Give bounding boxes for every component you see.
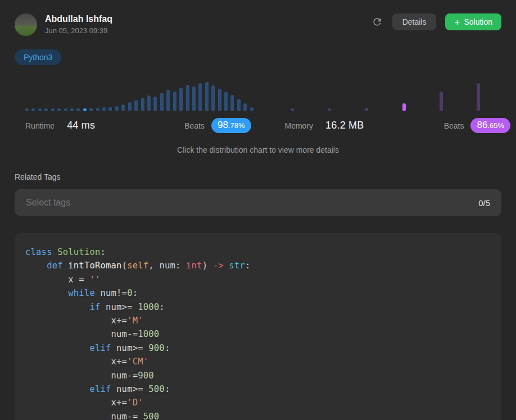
runtime-bar[interactable] (250, 107, 254, 111)
runtime-label: Runtime (25, 121, 55, 130)
runtime-bar[interactable] (186, 85, 189, 111)
runtime-bar[interactable] (64, 108, 67, 111)
user-name[interactable]: Abdullah Ishfaq (45, 13, 112, 25)
runtime-bar[interactable] (83, 108, 87, 111)
runtime-bar[interactable] (160, 93, 164, 111)
code-line: x+='D' (25, 396, 490, 409)
memory-value: 16.2 MB (325, 120, 364, 131)
code-line: elif num>= 500: (25, 382, 490, 396)
runtime-bar[interactable] (51, 108, 55, 111)
runtime-value: 44 ms (67, 120, 95, 131)
user-meta: Abdullah Ishfaq Jun 05, 2023 09:39 (45, 13, 112, 35)
runtime-bar[interactable] (128, 102, 132, 111)
runtime-bar[interactable] (76, 108, 80, 111)
runtime-bar[interactable] (115, 106, 119, 111)
runtime-bar[interactable] (44, 108, 48, 111)
runtime-bar[interactable] (192, 86, 196, 111)
avatar[interactable] (15, 13, 37, 36)
language-chip-row: Python3 (0, 36, 516, 65)
post-date: Jun 05, 2023 09:39 (45, 26, 112, 35)
tags-select-input[interactable]: Select tags 0/5 (15, 189, 501, 216)
distribution-chart[interactable] (15, 79, 501, 111)
memory-bar[interactable] (440, 92, 443, 111)
runtime-bar[interactable] (147, 95, 151, 111)
memory-beats-label: Beats (444, 121, 464, 130)
runtime-beats: Beats 98.78% (184, 118, 251, 133)
runtime-bar[interactable] (89, 108, 93, 111)
runtime-beats-badge[interactable]: 98.78% (211, 118, 251, 133)
memory-bar[interactable] (477, 83, 480, 111)
code-line: def intToRoman(self, num: int) -> str: (25, 259, 490, 272)
memory-bar[interactable] (291, 108, 294, 111)
code-line: x+='M' (25, 314, 490, 327)
code-line: while num!=0: (25, 286, 490, 300)
code-line: x+='CM' (25, 355, 490, 368)
plus-icon: + (454, 17, 460, 27)
code-line: elif num>= 900: (25, 341, 490, 355)
runtime-bar[interactable] (31, 108, 35, 111)
runtime-bar[interactable] (205, 82, 209, 111)
runtime-bar[interactable] (38, 108, 42, 111)
runtime-bar[interactable] (211, 85, 215, 111)
tags-count: 0/5 (478, 198, 490, 208)
runtime-bar[interactable] (237, 99, 241, 111)
code-line: class Solution: (25, 245, 490, 259)
header-actions: Details + Solution (371, 13, 501, 30)
code-line: num-=1000 (25, 327, 490, 341)
memory-bar[interactable] (402, 103, 406, 111)
runtime-bar[interactable] (153, 97, 157, 111)
runtime-bar[interactable] (57, 108, 61, 111)
memory-stat: Memory 16.2 MB Beats 86.65% (275, 118, 511, 133)
details-button[interactable]: Details (392, 13, 437, 30)
memory-bar[interactable] (328, 108, 331, 111)
memory-label: Memory (285, 121, 314, 130)
memory-beats: Beats 86.65% (444, 118, 510, 133)
refresh-icon[interactable] (371, 16, 383, 28)
runtime-beats-label: Beats (184, 121, 205, 130)
solution-button-label: Solution (464, 17, 492, 26)
tags-placeholder: Select tags (26, 198, 70, 208)
code-line: num-= 500 (25, 410, 490, 420)
runtime-bar[interactable] (218, 89, 221, 111)
header: Abdullah Ishfaq Jun 05, 2023 09:39 Detai… (0, 0, 516, 36)
runtime-bar[interactable] (166, 90, 170, 111)
related-tags-label: Related Tags (15, 172, 501, 181)
runtime-bar[interactable] (141, 98, 144, 111)
runtime-bar[interactable] (108, 107, 112, 111)
memory-beats-badge[interactable]: 86.65% (470, 118, 510, 133)
runtime-bar[interactable] (25, 108, 29, 111)
runtime-bar[interactable] (198, 83, 202, 111)
runtime-bar[interactable] (102, 107, 106, 111)
runtime-bar[interactable] (173, 92, 176, 111)
chart-hint-text: Click the distribution chart to view mor… (0, 145, 516, 154)
runtime-bar[interactable] (224, 92, 228, 111)
code-block: class Solution: def intToRoman(self, num… (15, 233, 501, 420)
code-line: if num>= 1000: (25, 300, 490, 314)
runtime-bar[interactable] (121, 104, 125, 111)
runtime-bar[interactable] (243, 103, 247, 111)
runtime-bar[interactable] (96, 108, 99, 111)
code-line: num-=900 (25, 369, 490, 382)
runtime-bar[interactable] (179, 88, 183, 111)
add-solution-button[interactable]: + Solution (445, 13, 501, 30)
memory-bar[interactable] (365, 108, 368, 111)
code-line: x = '' (25, 273, 490, 286)
runtime-stat: Runtime 44 ms Beats 98.78% (15, 118, 275, 133)
language-tag[interactable]: Python3 (15, 49, 61, 65)
runtime-bar[interactable] (70, 108, 74, 111)
runtime-bar[interactable] (230, 95, 234, 111)
stats-row: Runtime 44 ms Beats 98.78% Memory 16.2 M… (15, 118, 510, 133)
runtime-bar[interactable] (134, 100, 138, 111)
